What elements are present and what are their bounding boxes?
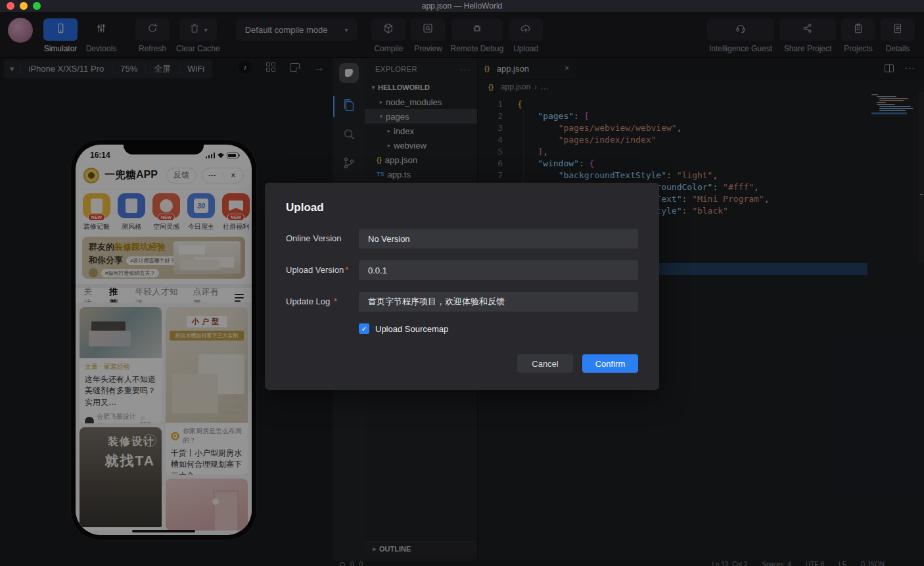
dialog-title: Upload	[286, 201, 638, 214]
required-asterisk: *	[345, 265, 348, 275]
upload-sourcemap-checkbox[interactable]: ✓ Upload Sourcemap	[359, 323, 638, 334]
upload-version-field[interactable]: 0.0.1	[359, 260, 638, 280]
online-version-label: Online Version	[286, 232, 359, 245]
online-version-field[interactable]: No Version	[359, 229, 638, 248]
close-window-button[interactable]	[7, 2, 14, 10]
checkbox-checked-icon: ✓	[359, 323, 369, 334]
checkbox-label: Upload Sourcemap	[375, 324, 448, 334]
update-log-field[interactable]: 首页字节程序项目，欢迎体验和反馈	[359, 292, 638, 312]
window-titlebar: app.json — HelloWorld	[0, 0, 924, 12]
confirm-button[interactable]: Confirm	[582, 354, 638, 373]
window-title: app.json — HelloWorld	[422, 1, 503, 11]
zoom-window-button[interactable]	[33, 2, 41, 10]
traffic-lights	[7, 2, 41, 10]
upload-version-label: Upload Version*	[286, 264, 359, 277]
update-log-label: Update Log *	[286, 295, 359, 308]
upload-dialog: Upload Online Version No Version Upload …	[265, 183, 659, 390]
cancel-button[interactable]: Cancel	[517, 354, 573, 373]
minimize-window-button[interactable]	[20, 2, 28, 10]
required-asterisk: *	[334, 296, 337, 306]
